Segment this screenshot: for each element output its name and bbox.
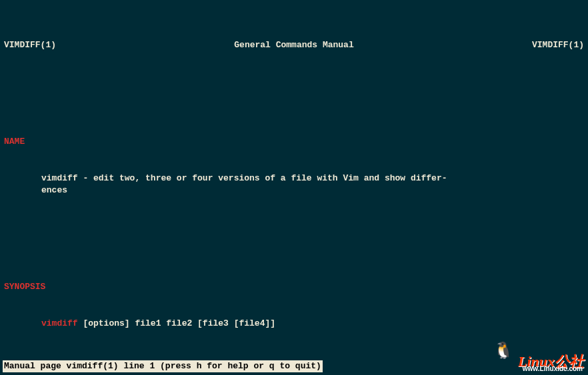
cmd-vimdiff: vimdiff	[41, 318, 78, 328]
man-page-header: VIMDIFF(1) General Commands Manual VIMDI…	[4, 39, 584, 51]
section-name-body: vimdiff - edit two, three or four versio…	[4, 173, 584, 196]
header-left: VIMDIFF(1)	[4, 39, 56, 51]
header-center: General Commands Manual	[234, 39, 353, 51]
man-page-terminal: VIMDIFF(1) General Commands Manual VIMDI…	[0, 0, 588, 375]
section-synopsis-title: SYNOPSIS	[4, 281, 584, 293]
section-name-title: NAME	[4, 136, 584, 148]
synopsis-line-vimdiff: vimdiff [options] file1 file2 [file3 [fi…	[4, 318, 584, 330]
pager-status-bar[interactable]: Manual page vimdiff(1) line 1 (press h f…	[3, 360, 323, 372]
cmd-vimdiff-args: [options] file1 file2 [file3 [file4]]	[78, 318, 275, 328]
header-right: VIMDIFF(1)	[532, 39, 584, 51]
